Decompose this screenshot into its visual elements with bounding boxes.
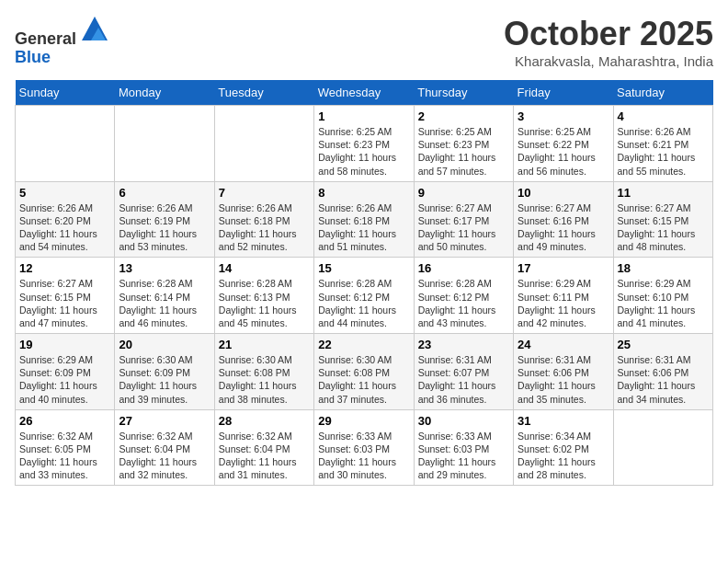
- day-number: 15: [318, 261, 409, 275]
- day-number: 21: [219, 338, 310, 351]
- weekday-header-thursday: Thursday: [414, 80, 513, 106]
- day-info: Sunrise: 6:31 AMSunset: 6:07 PMDaylight:…: [418, 353, 509, 406]
- calendar-cell: 3Sunrise: 6:25 AMSunset: 6:22 PMDaylight…: [514, 106, 613, 182]
- calendar-cell: 2Sunrise: 6:25 AMSunset: 6:23 PMDaylight…: [414, 106, 513, 182]
- day-info: Sunrise: 6:28 AMSunset: 6:12 PMDaylight:…: [318, 277, 409, 329]
- calendar-cell: 19Sunrise: 6:29 AMSunset: 6:09 PMDayligh…: [16, 334, 115, 410]
- day-number: 8: [318, 186, 409, 200]
- calendar-cell: 26Sunrise: 6:32 AMSunset: 6:05 PMDayligh…: [16, 409, 115, 486]
- location: Kharakvasla, Maharashtra, India: [504, 53, 713, 69]
- day-number: 4: [618, 109, 709, 123]
- day-info: Sunrise: 6:31 AMSunset: 6:06 PMDaylight:…: [618, 353, 709, 406]
- page-header: General Blue October 2025 Kharakvasla, M…: [15, 15, 713, 69]
- day-info: Sunrise: 6:33 AMSunset: 6:03 PMDaylight:…: [418, 430, 509, 482]
- calendar-cell: 31Sunrise: 6:34 AMSunset: 6:02 PMDayligh…: [514, 409, 613, 486]
- calendar-cell: 23Sunrise: 6:31 AMSunset: 6:07 PMDayligh…: [414, 334, 513, 410]
- weekday-header-monday: Monday: [115, 80, 214, 106]
- day-info: Sunrise: 6:32 AMSunset: 6:05 PMDaylight:…: [19, 430, 110, 482]
- weekday-header-tuesday: Tuesday: [214, 80, 313, 106]
- day-number: 6: [119, 186, 210, 200]
- calendar-cell: 13Sunrise: 6:28 AMSunset: 6:14 PMDayligh…: [115, 258, 214, 334]
- calendar-cell: 30Sunrise: 6:33 AMSunset: 6:03 PMDayligh…: [414, 409, 513, 486]
- day-info: Sunrise: 6:32 AMSunset: 6:04 PMDaylight:…: [119, 430, 210, 482]
- calendar-cell: 21Sunrise: 6:30 AMSunset: 6:08 PMDayligh…: [214, 334, 313, 410]
- weekday-header-sunday: Sunday: [16, 80, 115, 106]
- day-number: 27: [119, 414, 210, 428]
- day-number: 29: [318, 414, 409, 428]
- calendar-cell: [115, 106, 214, 182]
- day-number: 7: [219, 186, 310, 200]
- calendar-week-row: 12Sunrise: 6:27 AMSunset: 6:15 PMDayligh…: [16, 258, 713, 334]
- day-number: 28: [219, 414, 310, 428]
- logo-blue: Blue: [15, 48, 51, 66]
- day-info: Sunrise: 6:27 AMSunset: 6:15 PMDaylight:…: [19, 277, 110, 329]
- calendar-cell: 16Sunrise: 6:28 AMSunset: 6:12 PMDayligh…: [414, 258, 513, 334]
- calendar-cell: [613, 409, 712, 486]
- day-number: 16: [418, 261, 509, 275]
- day-number: 9: [418, 186, 509, 200]
- calendar-week-row: 19Sunrise: 6:29 AMSunset: 6:09 PMDayligh…: [16, 334, 713, 410]
- day-number: 14: [219, 261, 310, 275]
- day-number: 11: [618, 186, 709, 200]
- calendar-cell: 1Sunrise: 6:25 AMSunset: 6:23 PMDaylight…: [314, 106, 414, 182]
- logo-icon: [80, 15, 109, 44]
- calendar-cell: 9Sunrise: 6:27 AMSunset: 6:17 PMDaylight…: [414, 181, 513, 258]
- day-info: Sunrise: 6:25 AMSunset: 6:22 PMDaylight:…: [518, 125, 609, 178]
- calendar-week-row: 26Sunrise: 6:32 AMSunset: 6:05 PMDayligh…: [16, 409, 713, 486]
- calendar-cell: 4Sunrise: 6:26 AMSunset: 6:21 PMDaylight…: [613, 106, 712, 182]
- calendar-cell: 5Sunrise: 6:26 AMSunset: 6:20 PMDaylight…: [16, 181, 115, 258]
- calendar-cell: 6Sunrise: 6:26 AMSunset: 6:19 PMDaylight…: [115, 181, 214, 258]
- calendar-cell: 22Sunrise: 6:30 AMSunset: 6:08 PMDayligh…: [314, 334, 414, 410]
- day-info: Sunrise: 6:28 AMSunset: 6:12 PMDaylight:…: [418, 277, 509, 329]
- day-info: Sunrise: 6:30 AMSunset: 6:09 PMDaylight:…: [119, 353, 210, 406]
- day-number: 19: [19, 338, 110, 351]
- day-info: Sunrise: 6:27 AMSunset: 6:16 PMDaylight:…: [518, 201, 609, 254]
- day-number: 20: [119, 338, 210, 351]
- day-number: 22: [318, 338, 409, 351]
- day-info: Sunrise: 6:33 AMSunset: 6:03 PMDaylight:…: [318, 430, 409, 482]
- month-title: October 2025: [504, 15, 713, 53]
- calendar-cell: 14Sunrise: 6:28 AMSunset: 6:13 PMDayligh…: [214, 258, 313, 334]
- calendar-cell: 12Sunrise: 6:27 AMSunset: 6:15 PMDayligh…: [16, 258, 115, 334]
- day-info: Sunrise: 6:28 AMSunset: 6:14 PMDaylight:…: [119, 277, 210, 329]
- day-info: Sunrise: 6:30 AMSunset: 6:08 PMDaylight:…: [219, 353, 310, 406]
- day-info: Sunrise: 6:26 AMSunset: 6:18 PMDaylight:…: [318, 201, 409, 254]
- day-info: Sunrise: 6:29 AMSunset: 6:09 PMDaylight:…: [19, 353, 110, 406]
- day-number: 10: [518, 186, 609, 200]
- calendar-table: SundayMondayTuesdayWednesdayThursdayFrid…: [15, 80, 713, 486]
- day-info: Sunrise: 6:29 AMSunset: 6:10 PMDaylight:…: [618, 277, 709, 329]
- weekday-header-friday: Friday: [514, 80, 613, 106]
- calendar-cell: [214, 106, 313, 182]
- day-number: 1: [318, 109, 409, 123]
- calendar-cell: 27Sunrise: 6:32 AMSunset: 6:04 PMDayligh…: [115, 409, 214, 486]
- day-number: 23: [418, 338, 509, 351]
- day-info: Sunrise: 6:28 AMSunset: 6:13 PMDaylight:…: [219, 277, 310, 329]
- day-info: Sunrise: 6:27 AMSunset: 6:17 PMDaylight:…: [418, 201, 509, 254]
- day-info: Sunrise: 6:27 AMSunset: 6:15 PMDaylight:…: [618, 201, 709, 254]
- day-number: 24: [518, 338, 609, 351]
- calendar-body: 1Sunrise: 6:25 AMSunset: 6:23 PMDaylight…: [16, 106, 713, 486]
- day-number: 3: [518, 109, 609, 123]
- day-number: 2: [418, 109, 509, 123]
- day-number: 31: [518, 414, 609, 428]
- calendar-cell: 28Sunrise: 6:32 AMSunset: 6:04 PMDayligh…: [214, 409, 313, 486]
- calendar-cell: 11Sunrise: 6:27 AMSunset: 6:15 PMDayligh…: [613, 181, 712, 258]
- day-number: 13: [119, 261, 210, 275]
- calendar-cell: 18Sunrise: 6:29 AMSunset: 6:10 PMDayligh…: [613, 258, 712, 334]
- calendar-cell: 17Sunrise: 6:29 AMSunset: 6:11 PMDayligh…: [514, 258, 613, 334]
- day-number: 26: [19, 414, 110, 428]
- day-info: Sunrise: 6:34 AMSunset: 6:02 PMDaylight:…: [518, 430, 609, 482]
- day-info: Sunrise: 6:26 AMSunset: 6:20 PMDaylight:…: [19, 201, 110, 254]
- day-number: 17: [518, 261, 609, 275]
- day-info: Sunrise: 6:25 AMSunset: 6:23 PMDaylight:…: [318, 125, 409, 178]
- day-number: 30: [418, 414, 509, 428]
- calendar-cell: [16, 106, 115, 182]
- day-info: Sunrise: 6:32 AMSunset: 6:04 PMDaylight:…: [219, 430, 310, 482]
- day-info: Sunrise: 6:29 AMSunset: 6:11 PMDaylight:…: [518, 277, 609, 329]
- day-info: Sunrise: 6:31 AMSunset: 6:06 PMDaylight:…: [518, 353, 609, 406]
- weekday-header-wednesday: Wednesday: [314, 80, 414, 106]
- calendar-cell: 20Sunrise: 6:30 AMSunset: 6:09 PMDayligh…: [115, 334, 214, 410]
- calendar-week-row: 5Sunrise: 6:26 AMSunset: 6:20 PMDaylight…: [16, 181, 713, 258]
- day-number: 5: [19, 186, 110, 200]
- logo: General Blue: [15, 15, 109, 67]
